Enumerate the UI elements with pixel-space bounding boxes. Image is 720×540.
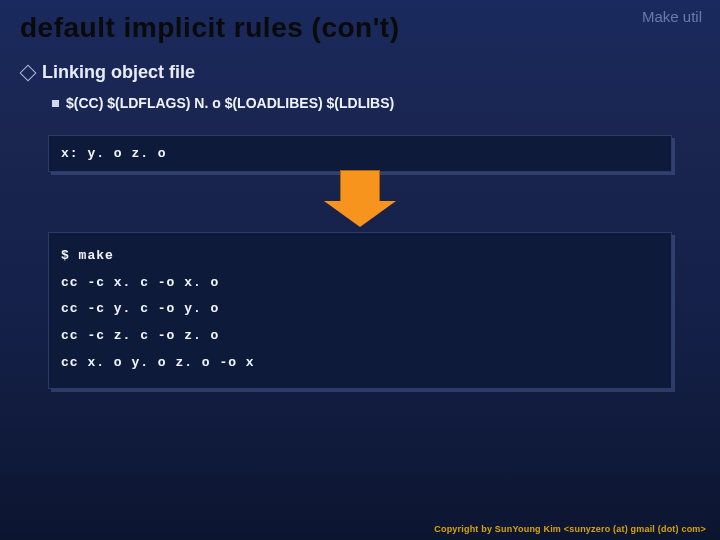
- square-bullet-icon: [52, 100, 59, 107]
- code-line: cc -c x. c -o x. o: [61, 270, 659, 297]
- bullet-level2: $(CC) $(LDFLAGS) N. o $(LOADLIBES) $(LDL…: [52, 95, 394, 111]
- page-title: default implicit rules (con't): [20, 12, 399, 44]
- codebox-output: $ make cc -c x. c -o x. o cc -c y. c -o …: [48, 232, 672, 389]
- code-line: cc -c z. c -o z. o: [61, 323, 659, 350]
- footer-copyright: Copyright by SunYoung Kim <sunyzero (at)…: [434, 524, 706, 534]
- bullet-level1-text: Linking object file: [42, 62, 195, 83]
- arrow-down-icon: [0, 170, 720, 227]
- code-line: cc -c y. c -o y. o: [61, 296, 659, 323]
- bullet-level1: Linking object file: [22, 62, 195, 83]
- diamond-bullet-icon: [20, 64, 37, 81]
- codebox-makefile: x: y. o z. o: [48, 135, 672, 172]
- code-line: $ make: [61, 243, 659, 270]
- bullet-level2-text: $(CC) $(LDFLAGS) N. o $(LOADLIBES) $(LDL…: [66, 95, 394, 111]
- code-line: x: y. o z. o: [61, 146, 659, 161]
- header-label: Make util: [642, 8, 702, 25]
- code-line: cc x. o y. o z. o -o x: [61, 350, 659, 377]
